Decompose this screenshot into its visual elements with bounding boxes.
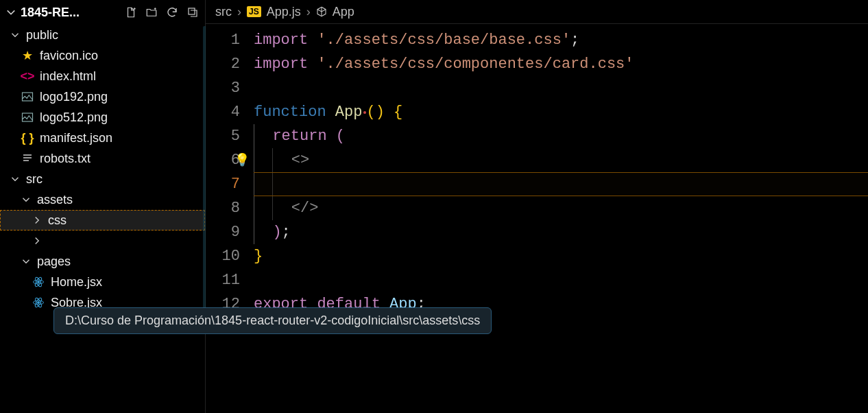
code-icon: <> bbox=[21, 69, 34, 84]
code-line bbox=[254, 268, 868, 292]
line-number: 8 bbox=[206, 196, 240, 220]
project-title: 1845-RE... bbox=[21, 5, 120, 20]
text-file-icon bbox=[21, 153, 34, 164]
refresh-icon[interactable] bbox=[165, 5, 179, 19]
line-number: 9 bbox=[206, 220, 240, 244]
tree-file-manifest[interactable]: { } manifest.json bbox=[0, 128, 205, 148]
chevron-down-icon[interactable] bbox=[5, 8, 16, 17]
line-number: 5 bbox=[206, 124, 240, 148]
tree-label: index.html bbox=[40, 69, 96, 84]
line-number: 2 bbox=[206, 52, 240, 76]
breadcrumb-seg[interactable]: src bbox=[215, 5, 232, 19]
chevron-right-icon: › bbox=[306, 5, 311, 19]
tree-label: Home.jsx bbox=[51, 275, 102, 290]
tree-folder-pages[interactable]: pages bbox=[0, 251, 205, 272]
react-icon bbox=[32, 276, 45, 288]
tree-label: favicon.ico bbox=[40, 49, 98, 63]
tree-folder-src[interactable]: src bbox=[0, 169, 205, 189]
chevron-right-icon bbox=[32, 237, 43, 245]
tree-label: assets bbox=[37, 193, 73, 207]
chevron-down-icon bbox=[10, 175, 21, 183]
symbol-function-icon bbox=[316, 6, 327, 17]
editor-pane: src › JS App.js › App 1 2 3 4 5 6 7 8 9 … bbox=[206, 0, 868, 413]
code-line bbox=[254, 172, 868, 196]
code-line: import './assets/css/base/base.css'; bbox=[254, 28, 868, 52]
code-line: function App() { bbox=[254, 100, 868, 124]
line-number: 7 bbox=[206, 172, 240, 196]
code-content[interactable]: 💡 import './assets/css/base/base.css'; i… bbox=[254, 24, 868, 413]
explorer-sidebar: 1845-RE... public ★ favicon.ico bbox=[0, 0, 206, 413]
tree-label: manifest.json bbox=[40, 131, 112, 145]
tree-file-favicon[interactable]: ★ favicon.ico bbox=[0, 45, 205, 66]
chevron-down-icon bbox=[10, 31, 21, 39]
line-number: 10 bbox=[206, 244, 240, 268]
tree-folder-public[interactable]: public bbox=[0, 25, 205, 45]
tree-label: src bbox=[26, 172, 43, 187]
code-line: } bbox=[254, 244, 868, 268]
line-number: 1 bbox=[206, 28, 240, 52]
new-folder-icon[interactable] bbox=[145, 5, 158, 19]
tree-folder-hidden[interactable] bbox=[0, 231, 205, 251]
code-area[interactable]: 1 2 3 4 5 6 7 8 9 10 11 12 💡 import './a… bbox=[206, 23, 868, 413]
file-tree: public ★ favicon.ico <> index.html logo1… bbox=[0, 25, 205, 413]
chevron-down-icon bbox=[21, 257, 32, 266]
svg-point-7 bbox=[38, 302, 40, 304]
chevron-right-icon bbox=[32, 216, 43, 224]
tree-label: pages bbox=[37, 255, 71, 269]
tree-file-robots[interactable]: robots.txt bbox=[0, 148, 205, 169]
breadcrumb-seg[interactable]: App.js bbox=[267, 5, 301, 19]
line-number: 4 bbox=[206, 100, 240, 124]
code-line: ); bbox=[254, 220, 868, 244]
tree-label: logo192.png bbox=[40, 90, 108, 104]
react-icon bbox=[32, 296, 45, 309]
line-gutter: 1 2 3 4 5 6 7 8 9 10 11 12 bbox=[206, 24, 254, 413]
js-file-icon: JS bbox=[247, 6, 261, 17]
lightbulb-icon[interactable]: 💡 bbox=[234, 149, 250, 173]
image-icon bbox=[21, 112, 34, 123]
tree-label: logo512.png bbox=[40, 110, 108, 125]
explorer-actions bbox=[124, 5, 200, 19]
svg-rect-0 bbox=[189, 8, 195, 14]
tree-file-logo512[interactable]: logo512.png bbox=[0, 107, 205, 128]
code-line: <> bbox=[254, 148, 868, 172]
tree-label: robots.txt bbox=[40, 152, 91, 166]
code-line: import './assets/css/componentes/card.cs… bbox=[254, 52, 868, 76]
collapse-all-icon[interactable] bbox=[186, 5, 200, 19]
tree-label: css bbox=[48, 213, 67, 228]
tree-file-logo192[interactable]: logo192.png bbox=[0, 86, 205, 107]
star-icon: ★ bbox=[21, 48, 34, 63]
chevron-down-icon bbox=[21, 196, 32, 204]
braces-icon: { } bbox=[21, 131, 34, 145]
code-line: return ( bbox=[254, 124, 868, 148]
image-icon bbox=[21, 91, 34, 102]
code-line: </> bbox=[254, 196, 868, 220]
tree-folder-assets[interactable]: assets bbox=[0, 189, 205, 210]
code-line bbox=[254, 76, 868, 100]
explorer-header: 1845-RE... bbox=[0, 0, 205, 25]
breadcrumb[interactable]: src › JS App.js › App bbox=[206, 0, 868, 23]
tree-file-home-jsx[interactable]: Home.jsx bbox=[0, 272, 205, 292]
breadcrumb-seg[interactable]: App bbox=[333, 5, 354, 19]
tree-file-index-html[interactable]: <> index.html bbox=[0, 66, 205, 86]
line-number: 3 bbox=[206, 76, 240, 100]
path-tooltip: D:\Curso de Programación\1845-react-rout… bbox=[53, 307, 492, 334]
line-number: 11 bbox=[206, 268, 240, 292]
tree-label: public bbox=[26, 28, 58, 43]
chevron-right-icon: › bbox=[237, 5, 241, 19]
new-file-icon[interactable] bbox=[124, 5, 138, 19]
svg-point-3 bbox=[38, 281, 40, 283]
tree-folder-css[interactable]: css bbox=[0, 210, 205, 231]
